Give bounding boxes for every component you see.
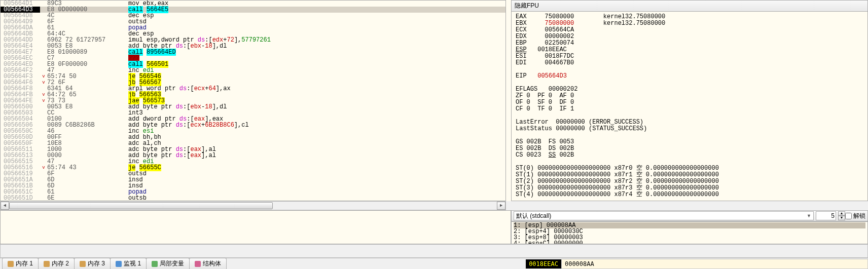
tab-3[interactable]: 监视 1 (110, 258, 147, 269)
info-panel (0, 210, 511, 244)
tab-0[interactable]: 内存 1 (2, 258, 39, 269)
unlock-checkbox-input[interactable] (845, 213, 852, 219)
disasm-row[interactable]: 005664EDE8 0F000000call 566501 (1, 61, 505, 67)
disasm-row[interactable]: 0056651B6Dinsd (1, 183, 505, 189)
tab-icon (116, 261, 122, 267)
disasm-row[interactable]: 005664E7E8 01000089call 895664ED (1, 49, 505, 55)
disasm-row[interactable]: 005664D3E8 0D000000call 5664E5 (1, 7, 505, 13)
disasm-row[interactable]: 0056651D6Eoutsb (1, 195, 505, 201)
disasm-row[interactable]: 0056651A6Dinsd (1, 177, 505, 183)
unlock-checkbox[interactable]: 解锁 (845, 212, 865, 220)
disasm-row[interactable]: 005664DD6962 72 61727957imul esp,dword p… (1, 37, 505, 43)
disasm-row[interactable]: 00566516v65:74 43je 56655C (1, 165, 505, 171)
tab-icon (152, 261, 158, 267)
disasm-row[interactable]: 005665000053 E8add byte ptr ds:[ebx-18],… (1, 104, 505, 110)
tab-5[interactable]: 结构体 (189, 258, 227, 269)
status-value: 000008AA (561, 259, 868, 269)
disassembly-panel[interactable]: 005664D189C3mov ebx,eax005664D3E8 0D0000… (0, 0, 506, 201)
disasm-row[interactable]: 005664D84Cdec esp (1, 13, 505, 19)
calling-convention-select[interactable]: 默认 (stdcall) ▼ (514, 211, 814, 220)
disasm-row[interactable]: 005664D96Foutsd (1, 19, 505, 25)
disasm-row[interactable]: 0056650C46inc esi (1, 128, 505, 134)
tab-1[interactable]: 内存 2 (38, 258, 75, 269)
disasm-row[interactable]: 0056650D00FFadd bh,bh (1, 134, 505, 140)
disasm-row[interactable]: 005665111000adc byte ptr ds:[eax],al (1, 146, 505, 152)
stack-args-list[interactable]: 1: [esp] 000008AA2: [esp+4] 0000030C3: [… (511, 221, 868, 244)
tab-icon (44, 261, 50, 267)
arg-count-spinner[interactable]: ▲▼ (838, 211, 845, 220)
tab-icon (80, 261, 86, 267)
chevron-down-icon: ▼ (807, 213, 811, 218)
bottom-bar: 内存 1内存 2内存 3监视 1局部变量结构体 0018EEAC 000008A… (0, 258, 868, 269)
tab-icon (8, 261, 14, 267)
arg-count-input[interactable]: 5 (816, 211, 836, 220)
status-address: 0018EEAC (526, 259, 561, 268)
registers-panel: 隐藏FPU EAX 75080000 kernel32.75080000 EBX… (511, 0, 868, 201)
disasm-row[interactable]: 005664FBv64:72 65jb 566563 (1, 92, 505, 98)
tab-icon (195, 261, 201, 267)
tab-strip: 内存 1内存 2内存 3监视 1局部变量结构体 (0, 258, 226, 269)
scroll-left-button[interactable]: ◄ (1, 202, 9, 210)
calling-convention-bar: 默认 (stdcall) ▼ 5 ▲▼ 解锁 (511, 210, 868, 221)
disasm-hscrollbar[interactable]: ◄ ► (0, 201, 506, 210)
tab-4[interactable]: 局部变量 (146, 258, 190, 269)
scroll-right-button[interactable]: ► (497, 202, 505, 210)
disasm-row[interactable]: 00566503CCint3 (1, 110, 505, 116)
disasm-row[interactable]: 005664FEv73 73jae 566573 (1, 98, 505, 104)
disasm-row[interactable]: 005664DA61popad (1, 25, 505, 31)
hide-fpu-button[interactable]: 隐藏FPU (512, 1, 867, 12)
disasm-row[interactable]: 0056650F10E8adc al,ch (1, 140, 505, 146)
disasm-row[interactable]: 005665060089 C6B8286Badd byte ptr ds:[ec… (1, 122, 505, 128)
tab-2[interactable]: 内存 3 (74, 258, 111, 269)
register-values[interactable]: EAX 75080000 kernel32.75080000 EBX 75080… (512, 12, 867, 200)
disasm-row[interactable]: 0056651C61popad (1, 189, 505, 195)
disasm-row[interactable]: 005665196Foutsd (1, 171, 505, 177)
disasm-row[interactable]: 005665130000add byte ptr ds:[eax],al (1, 152, 505, 159)
scroll-thumb[interactable] (9, 202, 273, 209)
disasm-row[interactable]: 005664F6v72 6Fjb 566567 (1, 80, 505, 86)
disasm-row[interactable]: 005664F3v65:74 50je 566546 (1, 73, 505, 80)
